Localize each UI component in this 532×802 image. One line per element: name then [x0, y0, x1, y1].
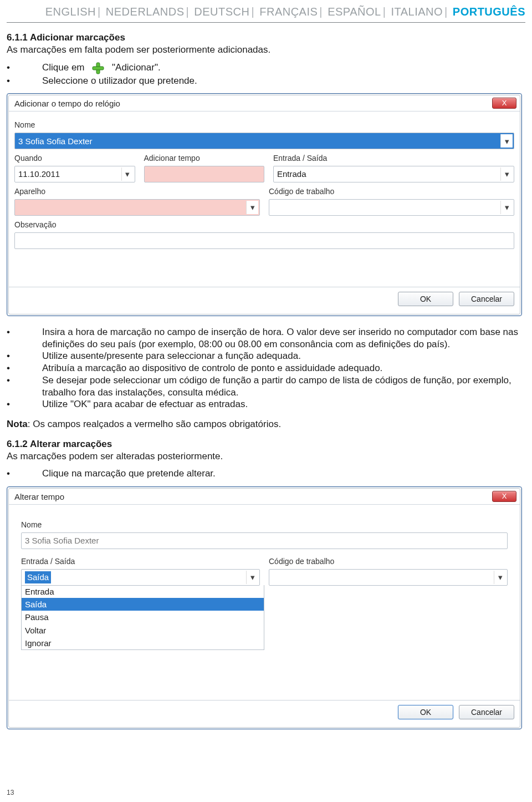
- lang-pt[interactable]: PORTUGUÊS: [453, 6, 525, 18]
- bullet-insira-hora: Insira a hora de marcação no campo de in…: [7, 326, 525, 351]
- section-6-1-1-heading: 6.1.1 Adicionar marcações: [7, 32, 525, 44]
- cancelar-button-2[interactable]: Cancelar: [459, 705, 514, 719]
- dialog-alterar-tempo: Alterar tempo X Nome 3 Sofia Sofia Dexte…: [7, 486, 522, 729]
- nota-label: Nota: [7, 419, 28, 429]
- section-6-1-1-intro: As marcações em falta podem ser posterio…: [7, 44, 525, 56]
- cancelar-button[interactable]: Cancelar: [459, 292, 514, 306]
- lang-en[interactable]: ENGLISH: [45, 6, 96, 18]
- nota-text: : Os campos realçados a vermelho são cam…: [28, 419, 281, 429]
- option-saida[interactable]: Saída: [22, 598, 264, 611]
- adicionar-tempo-field[interactable]: [144, 166, 265, 182]
- ok-button[interactable]: OK: [398, 292, 453, 306]
- lang-nl[interactable]: NEDERLANDS: [106, 6, 185, 18]
- codigo-trabalho-field[interactable]: ▾: [269, 199, 514, 216]
- bullet-ausente-presente: Utilize ausente/presente para selecciona…: [7, 350, 525, 362]
- lang-fr[interactable]: FRANÇAIS: [259, 6, 318, 18]
- option-entrada[interactable]: Entrada: [22, 585, 264, 598]
- close-button[interactable]: X: [492, 98, 516, 109]
- bullet-text: Clique em: [42, 62, 85, 73]
- quando-value: 11.10.2011: [18, 169, 60, 179]
- lang-es[interactable]: ESPAÑOL: [328, 6, 381, 18]
- nome-value: 3 Sofia Sofia Dexter: [18, 136, 92, 146]
- dialog1-title: Adicionar o tempo do relógio: [14, 98, 120, 109]
- lang-de[interactable]: DEUTSCH: [194, 6, 249, 18]
- entrada-saida-field[interactable]: Entrada ▾: [273, 166, 514, 182]
- section-6-1-2-intro: As marcações podem ser alteradas posteri…: [7, 450, 525, 463]
- chevron-down-icon[interactable]: ▾: [500, 167, 513, 181]
- close-button[interactable]: X: [492, 491, 516, 502]
- label-adicionar-tempo: Adicionar tempo: [144, 154, 265, 164]
- aparelho-field[interactable]: ▾: [14, 199, 260, 216]
- nota-line: Nota: Os campos realçados a vermelho são…: [7, 418, 525, 430]
- plus-icon: [91, 62, 105, 75]
- bullet-clique-marcacao: Clique na marcação que pretende alterar.: [7, 468, 525, 480]
- bullet-atribuia: Atribuía a marcação ao dispositivo de co…: [7, 362, 525, 374]
- quando-field[interactable]: 11.10.2011 ▾: [14, 166, 135, 182]
- option-voltar[interactable]: Voltar: [22, 624, 264, 637]
- nome-field-2[interactable]: 3 Sofia Sofia Dexter: [21, 532, 508, 549]
- chevron-down-icon[interactable]: ▾: [500, 134, 513, 148]
- option-ignorar[interactable]: Ignorar: [22, 637, 264, 649]
- entrada-saida-dropdown[interactable]: Entrada Saída Pausa Voltar Ignorar: [21, 585, 264, 650]
- codigo-trabalho-field-2[interactable]: ▾: [269, 569, 508, 586]
- lang-divider: [7, 22, 525, 23]
- chevron-down-icon[interactable]: ▾: [494, 571, 506, 584]
- label-observacao: Observação: [14, 220, 514, 230]
- entrada-saida-value: Entrada: [277, 169, 306, 179]
- entrada-saida-field-2[interactable]: Saída ▾: [21, 569, 260, 586]
- chevron-down-icon[interactable]: ▾: [121, 167, 134, 181]
- label-entrada-saida-2: Entrada / Saída: [21, 557, 260, 567]
- label-nome-2: Nome: [21, 520, 508, 530]
- bullet-click-adicionar: Clique em "Adicionar".: [7, 62, 525, 75]
- language-bar: ENGLISH| NEDERLANDS| DEUTSCH| FRANÇAIS| …: [7, 3, 525, 21]
- dialog2-title: Alterar tempo: [14, 491, 64, 502]
- bullet-seleccione-utilizador: Seleccione o utilizador que pretende.: [7, 75, 525, 87]
- option-pausa[interactable]: Pausa: [22, 611, 264, 623]
- label-codigo-trabalho: Código de trabalho: [269, 187, 514, 197]
- label-codigo-trabalho-2: Código de trabalho: [269, 557, 508, 567]
- nome-value-2: 3 Sofia Sofia Dexter: [25, 535, 99, 546]
- observacao-field[interactable]: [14, 232, 514, 249]
- chevron-down-icon[interactable]: ▾: [246, 201, 258, 214]
- label-aparelho: Aparelho: [14, 187, 260, 197]
- dialog-adicionar-tempo: Adicionar o tempo do relógio X Nome 3 So…: [7, 93, 522, 316]
- ok-button-2[interactable]: OK: [398, 705, 453, 719]
- nome-field[interactable]: 3 Sofia Sofia Dexter ▾: [14, 133, 514, 149]
- label-entrada-saida: Entrada / Saída: [273, 154, 514, 164]
- lang-it[interactable]: ITALIANO: [391, 6, 443, 18]
- section-6-1-2-heading: 6.1.2 Alterar marcações: [7, 438, 525, 450]
- svg-rect-1: [93, 67, 104, 70]
- bullet-ok: Utilize "OK" para acabar de efectuar as …: [7, 398, 525, 410]
- entrada-saida-value-2: Saída: [25, 571, 51, 583]
- label-nome: Nome: [14, 120, 514, 130]
- bullet-codigo-funcao: Se desejar pode seleccionar um código de…: [7, 374, 525, 399]
- label-quando: Quando: [14, 154, 135, 164]
- chevron-down-icon[interactable]: ▾: [500, 201, 513, 214]
- bullet-text-suffix: "Adicionar".: [112, 62, 161, 73]
- chevron-down-icon[interactable]: ▾: [246, 571, 258, 584]
